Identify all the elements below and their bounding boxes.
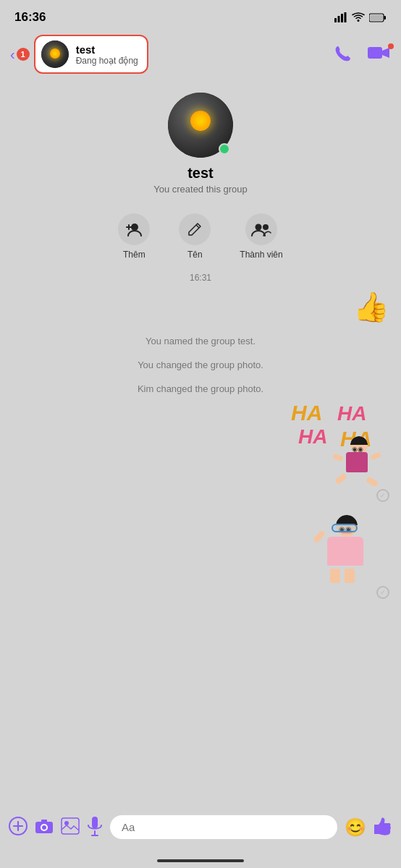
image-button[interactable]: [61, 817, 80, 838]
svg-line-12: [196, 225, 199, 228]
svg-rect-6: [384, 16, 387, 20]
header-info: test Đang hoạt động: [76, 43, 138, 66]
ha-sticker-message: HA HA HA HA ◉◉: [12, 401, 389, 502]
group-name: test: [187, 165, 214, 182]
contact-name: test: [76, 43, 138, 56]
header-left: ‹ 1 test Đang hoạt động: [10, 35, 148, 74]
svg-point-9: [131, 224, 138, 231]
back-button[interactable]: ‹ 1: [10, 47, 30, 61]
video-call-button[interactable]: [368, 45, 391, 64]
plus-button[interactable]: [9, 817, 28, 838]
delivered-icon: ✓: [376, 489, 389, 502]
svg-point-4: [358, 20, 360, 22]
contact-status: Đang hoạt động: [76, 56, 138, 66]
svg-rect-22: [62, 818, 79, 834]
header-profile[interactable]: test Đang hoạt động: [34, 35, 148, 74]
messages-container: 16:31 👍 You named the group test. You ch…: [12, 265, 389, 609]
edit-icon: [179, 213, 211, 245]
add-member-action[interactable]: Thêm: [118, 213, 150, 260]
video-dot: [388, 43, 394, 49]
chat-area: test You created this group Thêm: [0, 78, 401, 609]
home-indicator: [157, 859, 244, 862]
svg-point-13: [256, 224, 262, 231]
status-time: 16:36: [14, 10, 46, 25]
profile-avatar-wrapper: [168, 93, 233, 158]
delivered-icon-2: ✓: [376, 586, 389, 599]
members-action[interactable]: Thành viên: [240, 213, 282, 260]
online-indicator: [219, 143, 230, 155]
call-button[interactable]: [334, 43, 353, 65]
header-actions: [334, 43, 391, 65]
emoji-button[interactable]: 😊: [345, 819, 366, 836]
members-label: Thành viên: [240, 250, 282, 260]
svg-rect-21: [41, 820, 47, 822]
action-row: Thêm Tên Thành viên: [12, 213, 389, 260]
rename-label: Tên: [187, 250, 203, 260]
svg-rect-3: [345, 12, 347, 22]
svg-rect-7: [371, 14, 383, 20]
group-subtitle: You created this group: [153, 184, 248, 195]
svg-rect-0: [334, 18, 337, 22]
thumbsup-button[interactable]: [373, 817, 392, 838]
status-bar: 16:36: [0, 0, 401, 30]
system-msg-3: Kim changed the group photo.: [12, 382, 389, 397]
input-bar: 😊: [0, 808, 401, 846]
add-label: Thêm: [123, 250, 145, 260]
system-msg-2: You changed the group photo.: [12, 358, 389, 373]
ha-text-1: HA: [291, 401, 322, 425]
wifi-icon: [352, 12, 365, 22]
add-member-icon: [118, 213, 150, 245]
signal-icon: [334, 12, 347, 22]
system-msg-1: You named the group test.: [12, 334, 389, 349]
svg-rect-1: [338, 16, 340, 22]
battery-icon: [369, 13, 387, 22]
ha-text-2: HA: [337, 402, 366, 425]
header: ‹ 1 test Đang hoạt động: [0, 30, 401, 78]
members-icon: [245, 213, 277, 245]
thumbsup-icon: 👍: [353, 290, 389, 324]
mic-button[interactable]: [87, 816, 103, 839]
camera-button[interactable]: [35, 818, 54, 837]
svg-point-14: [263, 224, 269, 230]
rename-action[interactable]: Tên: [179, 213, 211, 260]
thumbsup-message: 👍: [12, 290, 389, 324]
timestamp-1: 16:31: [12, 273, 389, 283]
svg-rect-8: [368, 47, 382, 59]
profile-section: test You created this group: [12, 78, 389, 202]
back-chevron-icon: ‹: [10, 47, 15, 61]
status-icons: [334, 12, 387, 22]
svg-point-20: [42, 825, 46, 830]
sticker2-message: ◉◉ ✓: [12, 512, 389, 599]
notification-badge: 1: [17, 48, 30, 61]
svg-rect-2: [341, 14, 343, 22]
avatar: [41, 41, 69, 68]
message-input[interactable]: [110, 815, 337, 839]
svg-rect-24: [92, 817, 98, 828]
ha-text-3: HA: [298, 425, 327, 448]
